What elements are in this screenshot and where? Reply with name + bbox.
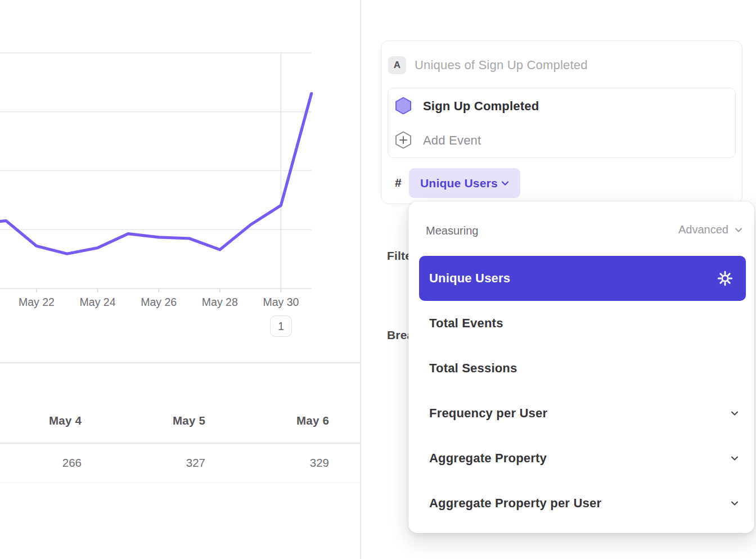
chevron-down-icon <box>730 498 740 508</box>
dropdown-item-label: Aggregate Property per User <box>429 496 601 511</box>
dropdown-item-label: Total Events <box>429 316 503 331</box>
table-value-cell: 329 <box>205 454 329 471</box>
event-name: Sign Up Completed <box>423 99 539 114</box>
line-chart[interactable]: May 22May 24May 26May 28May 30 <box>0 0 361 349</box>
table-value-cell: 327 <box>82 454 205 471</box>
dropdown-item-label: Unique Users <box>429 271 510 286</box>
dropdown-item-aggregate-property[interactable]: Aggregate Property <box>408 436 754 481</box>
insights-screen: May 22May 24May 26May 28May 30 1 May 4Ma… <box>0 0 756 559</box>
event-list-card: Sign Up Completed Add Event <box>388 88 736 158</box>
measurement-chip-label: Unique Users <box>420 177 498 190</box>
dropdown-item-unique-users[interactable]: Unique Users <box>419 256 746 301</box>
measuring-dropdown-menu: Measuring Advanced Unique UsersTotal Eve… <box>408 201 754 533</box>
add-event-icon <box>395 131 412 148</box>
event-hexagon-icon <box>395 97 412 114</box>
measurement-hash: # <box>395 176 402 190</box>
x-axis-label: May 22 <box>19 296 55 308</box>
chevron-down-icon <box>734 225 744 235</box>
dropdown-item-list: Unique UsersTotal EventsTotal SessionsFr… <box>408 256 754 526</box>
dropdown-title: Measuring <box>426 224 478 237</box>
add-event-label: Add Event <box>423 133 481 148</box>
measurement-chip[interactable]: Unique Users <box>409 168 520 198</box>
table-header-divider <box>0 443 361 444</box>
metric-title: Uniques of Sign Up Completed <box>415 56 588 74</box>
x-axis-label: May 30 <box>263 296 299 308</box>
dropdown-item-label: Aggregate Property <box>429 451 547 466</box>
series-a-badge: A <box>388 56 406 74</box>
table-header-cell[interactable]: May 6 <box>205 412 329 429</box>
dropdown-item-frequency-per-user[interactable]: Frequency per User <box>408 391 754 436</box>
advanced-toggle[interactable]: Advanced <box>678 223 744 236</box>
query-builder-pane: A Uniques of Sign Up Completed Sign Up C… <box>361 0 756 559</box>
gear-icon[interactable] <box>717 270 734 287</box>
x-axis-label: May 24 <box>80 296 116 308</box>
dropdown-item-aggregate-property-per-user[interactable]: Aggregate Property per User <box>408 481 754 526</box>
x-axis-label: May 28 <box>202 296 238 308</box>
dropdown-item-label: Frequency per User <box>429 406 547 421</box>
event-row-sign-up-completed[interactable]: Sign Up Completed <box>388 88 735 123</box>
x-axis-label: May 26 <box>141 296 177 308</box>
dropdown-item-total-events[interactable]: Total Events <box>408 301 754 346</box>
chevron-down-icon <box>730 408 740 418</box>
dropdown-item-label: Total Sessions <box>429 361 517 376</box>
chevron-down-icon <box>500 178 510 188</box>
annotation-marker[interactable]: 1 <box>270 315 292 337</box>
dropdown-item-total-sessions[interactable]: Total Sessions <box>408 346 754 391</box>
table-bottom-divider <box>0 483 361 483</box>
metric-card: A Uniques of Sign Up Completed Sign Up C… <box>381 40 742 204</box>
chart-pane: May 22May 24May 26May 28May 30 1 May 4Ma… <box>0 0 361 559</box>
table-top-divider <box>0 362 361 363</box>
advanced-toggle-label: Advanced <box>678 223 728 236</box>
table-value-cell: 266 <box>0 454 82 471</box>
chevron-down-icon <box>730 453 740 463</box>
add-event-button[interactable]: Add Event <box>388 123 735 158</box>
table-header-cell[interactable]: May 5 <box>82 412 205 429</box>
table-header-cell[interactable]: May 4 <box>0 412 82 429</box>
